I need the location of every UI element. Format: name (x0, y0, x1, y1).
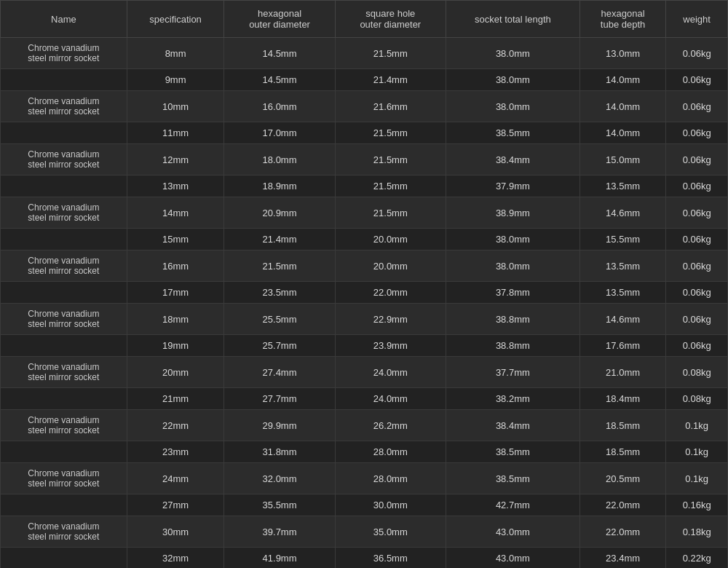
cell-hex-tube-depth: 18.5mm (579, 441, 665, 463)
cell-hex-tube-depth: 15.0mm (579, 144, 665, 175)
cell-hex-outer-diameter: 18.9mm (224, 175, 335, 197)
cell-hex-tube-depth: 20.5mm (579, 463, 665, 494)
cell-hex-outer-diameter: 23.5mm (224, 282, 335, 304)
table-row: 13mm18.9mm21.5mm37.9mm13.5mm0.06kg (1, 175, 728, 197)
cell-hex-outer-diameter: 27.7mm (224, 388, 335, 410)
cell-hex-outer-diameter: 35.5mm (224, 494, 335, 516)
cell-name (1, 335, 127, 357)
cell-hex-tube-depth: 17.6mm (579, 335, 665, 357)
cell-socket-total-length: 38.9mm (446, 197, 579, 229)
cell-specification: 14mm (127, 197, 224, 229)
cell-socket-total-length: 38.0mm (446, 251, 579, 282)
cell-socket-total-length: 38.4mm (446, 410, 579, 441)
cell-socket-total-length: 37.8mm (446, 282, 579, 304)
cell-square-hole-outer-diameter: 22.9mm (335, 304, 446, 335)
table-row: 15mm21.4mm20.0mm38.0mm15.5mm0.06kg (1, 229, 728, 251)
cell-specification: 23mm (127, 441, 224, 463)
cell-square-hole-outer-diameter: 21.5mm (335, 38, 446, 69)
cell-square-hole-outer-diameter: 24.0mm (335, 357, 446, 388)
cell-hex-outer-diameter: 41.9mm (224, 548, 335, 569)
cell-square-hole-outer-diameter: 21.5mm (335, 197, 446, 229)
cell-hex-tube-depth: 13.5mm (579, 251, 665, 282)
cell-name: Chrome vanadiumsteel mirror socket (1, 91, 127, 122)
cell-weight: 0.22kg (666, 548, 728, 569)
cell-hex-outer-diameter: 21.4mm (224, 229, 335, 251)
cell-socket-total-length: 38.4mm (446, 144, 579, 175)
cell-square-hole-outer-diameter: 26.2mm (335, 410, 446, 441)
cell-hex-tube-depth: 23.4mm (579, 548, 665, 569)
cell-name: Chrome vanadiumsteel mirror socket (1, 38, 127, 69)
cell-socket-total-length: 38.0mm (446, 69, 579, 91)
cell-hex-tube-depth: 13.5mm (579, 175, 665, 197)
cell-square-hole-outer-diameter: 28.0mm (335, 441, 446, 463)
cell-weight: 0.16kg (666, 494, 728, 516)
cell-socket-total-length: 38.5mm (446, 441, 579, 463)
cell-hex-tube-depth: 14.0mm (579, 122, 665, 144)
table-row: 21mm27.7mm24.0mm38.2mm18.4mm0.08kg (1, 388, 728, 410)
cell-hex-outer-diameter: 32.0mm (224, 463, 335, 494)
cell-name: Chrome vanadiumsteel mirror socket (1, 357, 127, 388)
cell-specification: 27mm (127, 494, 224, 516)
cell-hex-tube-depth: 14.6mm (579, 304, 665, 335)
cell-square-hole-outer-diameter: 35.0mm (335, 516, 446, 548)
cell-hex-tube-depth: 14.0mm (579, 91, 665, 122)
cell-name: Chrome vanadiumsteel mirror socket (1, 144, 127, 175)
cell-weight: 0.08kg (666, 388, 728, 410)
header-square-hole-outer-diameter: square holeouter diameter (335, 1, 446, 38)
cell-square-hole-outer-diameter: 36.5mm (335, 548, 446, 569)
cell-name: Chrome vanadiumsteel mirror socket (1, 304, 127, 335)
cell-hex-tube-depth: 18.5mm (579, 410, 665, 441)
cell-name (1, 69, 127, 91)
cell-specification: 15mm (127, 229, 224, 251)
cell-square-hole-outer-diameter: 21.5mm (335, 122, 446, 144)
cell-socket-total-length: 38.5mm (446, 463, 579, 494)
cell-hex-tube-depth: 21.0mm (579, 357, 665, 388)
cell-name (1, 122, 127, 144)
cell-square-hole-outer-diameter: 22.0mm (335, 282, 446, 304)
cell-hex-outer-diameter: 31.8mm (224, 441, 335, 463)
cell-socket-total-length: 38.0mm (446, 91, 579, 122)
specifications-table: Name specification hexagonalouter diamet… (0, 0, 728, 568)
cell-specification: 13mm (127, 175, 224, 197)
cell-square-hole-outer-diameter: 23.9mm (335, 335, 446, 357)
table-row: Chrome vanadiumsteel mirror socket18mm25… (1, 304, 728, 335)
cell-weight: 0.06kg (666, 197, 728, 229)
cell-specification: 16mm (127, 251, 224, 282)
cell-square-hole-outer-diameter: 30.0mm (335, 494, 446, 516)
cell-specification: 18mm (127, 304, 224, 335)
table-row: 27mm35.5mm30.0mm42.7mm22.0mm0.16kg (1, 494, 728, 516)
cell-name: Chrome vanadiumsteel mirror socket (1, 410, 127, 441)
table-row: Chrome vanadiumsteel mirror socket14mm20… (1, 197, 728, 229)
cell-hex-tube-depth: 15.5mm (579, 229, 665, 251)
cell-name: Chrome vanadiumsteel mirror socket (1, 516, 127, 548)
cell-specification: 9mm (127, 69, 224, 91)
cell-socket-total-length: 38.0mm (446, 229, 579, 251)
cell-specification: 22mm (127, 410, 224, 441)
cell-socket-total-length: 38.2mm (446, 388, 579, 410)
table-header-row: Name specification hexagonalouter diamet… (1, 1, 728, 38)
table-row: Chrome vanadiumsteel mirror socket16mm21… (1, 251, 728, 282)
cell-weight: 0.1kg (666, 441, 728, 463)
cell-socket-total-length: 43.0mm (446, 548, 579, 569)
cell-specification: 30mm (127, 516, 224, 548)
table-row: 17mm23.5mm22.0mm37.8mm13.5mm0.06kg (1, 282, 728, 304)
header-specification: specification (127, 1, 224, 38)
cell-weight: 0.1kg (666, 410, 728, 441)
cell-specification: 32mm (127, 548, 224, 569)
table-row: 23mm31.8mm28.0mm38.5mm18.5mm0.1kg (1, 441, 728, 463)
cell-square-hole-outer-diameter: 21.6mm (335, 91, 446, 122)
cell-specification: 10mm (127, 91, 224, 122)
cell-weight: 0.18kg (666, 516, 728, 548)
cell-weight: 0.06kg (666, 175, 728, 197)
cell-square-hole-outer-diameter: 28.0mm (335, 463, 446, 494)
header-socket-total-length: socket total length (446, 1, 579, 38)
cell-hex-tube-depth: 22.0mm (579, 494, 665, 516)
table-row: Chrome vanadiumsteel mirror socket30mm39… (1, 516, 728, 548)
cell-weight: 0.08kg (666, 357, 728, 388)
cell-weight: 0.06kg (666, 144, 728, 175)
cell-name: Chrome vanadiumsteel mirror socket (1, 463, 127, 494)
table-row: Chrome vanadiumsteel mirror socket24mm32… (1, 463, 728, 494)
cell-name (1, 282, 127, 304)
cell-name: Chrome vanadiumsteel mirror socket (1, 197, 127, 229)
cell-hex-tube-depth: 13.0mm (579, 38, 665, 69)
